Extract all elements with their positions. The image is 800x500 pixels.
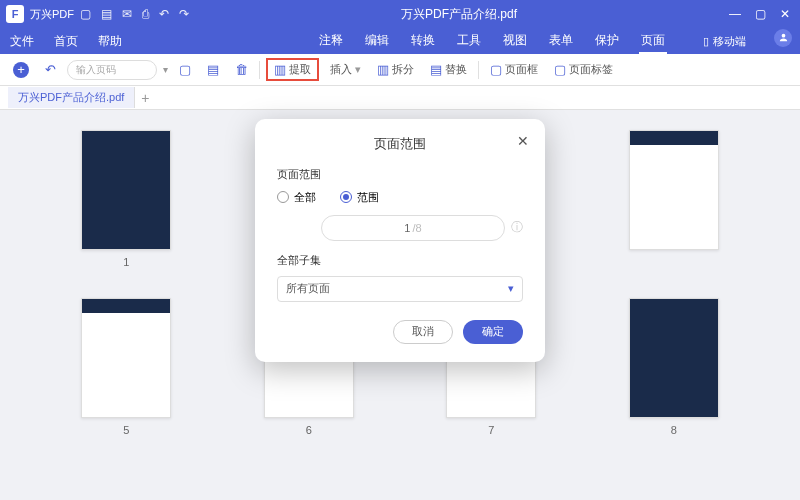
range-input[interactable]: 1 /8 <box>321 215 505 241</box>
dialog-overlay: 页面范围 ✕ 页面范围 全部 范围 1 /8 ⓘ 全部子集 所有页面 ▾ 取消 … <box>0 0 800 500</box>
subset-select[interactable]: 所有页面 ▾ <box>277 276 523 302</box>
ok-button[interactable]: 确定 <box>463 320 523 344</box>
dialog-close-icon[interactable]: ✕ <box>517 133 529 149</box>
dialog-title: 页面范围 <box>277 135 523 153</box>
subset-label: 全部子集 <box>277 253 523 268</box>
page-range-dialog: 页面范围 ✕ 页面范围 全部 范围 1 /8 ⓘ 全部子集 所有页面 ▾ 取消 … <box>255 119 545 362</box>
radio-range[interactable]: 范围 <box>340 190 379 205</box>
section-label: 页面范围 <box>277 167 523 182</box>
chevron-down-icon: ▾ <box>508 282 514 295</box>
cancel-button[interactable]: 取消 <box>393 320 453 344</box>
info-icon[interactable]: ⓘ <box>511 219 523 236</box>
radio-all[interactable]: 全部 <box>277 190 316 205</box>
